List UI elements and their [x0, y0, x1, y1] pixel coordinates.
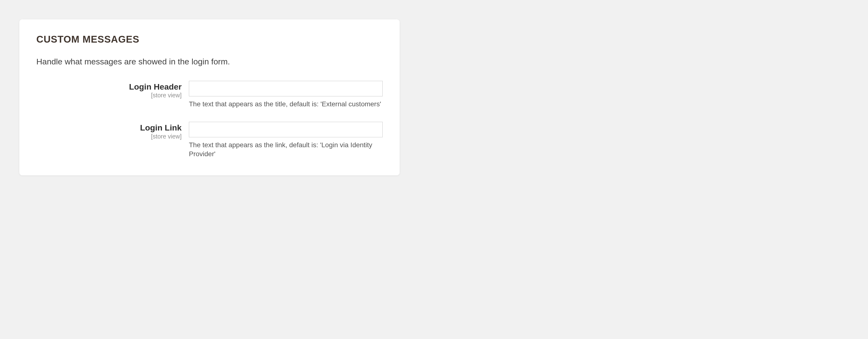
section-title: CUSTOM MESSAGES	[36, 34, 383, 45]
field-row-login-link: Login Link [store view] The text that ap…	[36, 122, 383, 158]
login-header-input[interactable]	[189, 81, 383, 96]
login-link-label: Login Link	[36, 123, 182, 132]
login-link-scope: [store view]	[36, 133, 182, 140]
section-description: Handle what messages are showed in the l…	[36, 57, 383, 66]
login-link-input[interactable]	[189, 122, 383, 137]
login-header-label: Login Header	[36, 82, 182, 91]
field-input-col: The text that appears as the link, defau…	[189, 122, 383, 158]
field-label-col: Login Header [store view]	[36, 81, 189, 99]
login-header-scope: [store view]	[36, 92, 182, 99]
login-link-hint: The text that appears as the link, defau…	[189, 141, 383, 158]
field-row-login-header: Login Header [store view] The text that …	[36, 81, 383, 109]
login-header-hint: The text that appears as the title, defa…	[189, 100, 383, 109]
custom-messages-panel: CUSTOM MESSAGES Handle what messages are…	[20, 19, 400, 175]
field-label-col: Login Link [store view]	[36, 122, 189, 140]
field-input-col: The text that appears as the title, defa…	[189, 81, 383, 109]
